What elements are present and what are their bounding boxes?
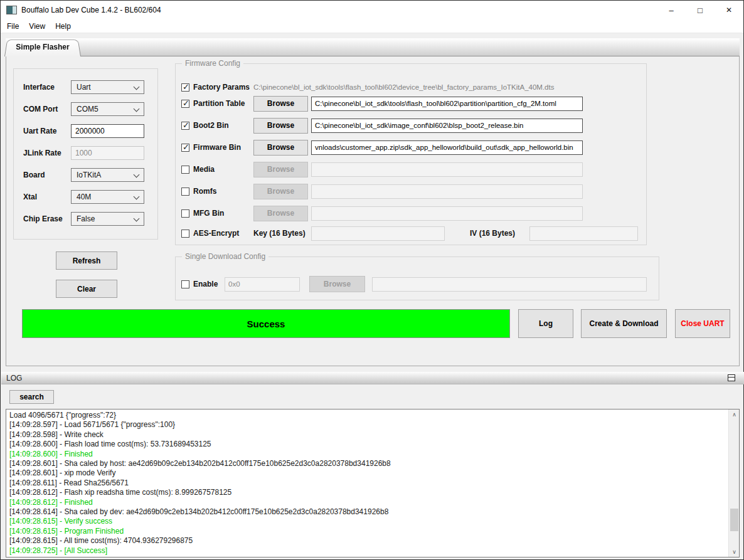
menu-help[interactable]: Help: [50, 19, 76, 33]
chevron-down-icon: [134, 194, 140, 200]
firmware-bin-checkbox[interactable]: [181, 144, 189, 152]
menu-bar: File View Help: [1, 19, 743, 33]
jlink-rate-input: [71, 146, 144, 160]
com-port-value: COM5: [77, 105, 98, 114]
log-line: [14:09:28.725] - [All Success]: [9, 546, 725, 556]
chip-erase-value: False: [77, 214, 95, 223]
board-label: Board: [23, 171, 71, 179]
log-line: [14:09:28.600] - Finished: [9, 450, 725, 459]
com-port-select[interactable]: COM5: [71, 102, 144, 116]
log-button[interactable]: Log: [518, 309, 573, 338]
partition-table-checkbox[interactable]: [181, 100, 189, 108]
board-value: IoTKitA: [77, 171, 101, 179]
search-button[interactable]: search: [9, 390, 54, 404]
float-panel-icon[interactable]: [728, 374, 735, 381]
log-line: [14:09:28.612] - Flash xip readsha time …: [9, 488, 725, 497]
log-panel-title: LOG: [6, 374, 22, 383]
menu-file[interactable]: File: [2, 19, 24, 33]
media-checkbox[interactable]: [181, 166, 189, 174]
window-controls: – □ ✕: [657, 1, 743, 19]
board-select[interactable]: IoTKitA: [71, 168, 144, 182]
boot2-bin-browse-button[interactable]: Browse: [253, 118, 308, 134]
create-download-button[interactable]: Create & Download: [581, 309, 667, 338]
com-port-label: COM Port: [23, 105, 71, 114]
romfs-browse-button: Browse: [253, 184, 308, 199]
log-line: [14:09:28.615] - Verify success: [9, 517, 725, 526]
boot2-bin-path-input[interactable]: [311, 119, 583, 133]
romfs-path-input: [311, 184, 583, 199]
mfg-bin-path-input: [311, 206, 583, 221]
aes-key-input: [311, 226, 445, 241]
status-bar: Success: [22, 309, 510, 338]
single-download-enable-checkbox[interactable]: [181, 280, 189, 288]
aes-iv-input: [529, 226, 638, 241]
xtal-label: Xtal: [23, 193, 71, 201]
aes-encrypt-checkbox[interactable]: [181, 230, 189, 238]
log-line: [14:09:28.597] - Load 5671/5671 {"progre…: [9, 420, 725, 430]
partition-table-label: Partition Table: [193, 99, 251, 108]
jlink-rate-label: JLink Rate: [23, 149, 71, 157]
single-download-enable-label: Enable: [193, 280, 222, 288]
partition-table-browse-button[interactable]: Browse: [253, 96, 308, 112]
boot2-bin-checkbox[interactable]: [181, 122, 189, 130]
mfg-bin-checkbox[interactable]: [181, 209, 189, 218]
close-icon[interactable]: ✕: [715, 1, 743, 19]
factory-params-checkbox[interactable]: [181, 83, 189, 92]
interface-label: Interface: [23, 83, 71, 92]
mfg-bin-browse-button: Browse: [253, 206, 308, 221]
aes-iv-label: IV (16 Bytes): [470, 229, 515, 238]
boot2-bin-label: Boot2 Bin: [193, 121, 251, 130]
uart-rate-input[interactable]: [71, 124, 144, 138]
app-icon: [6, 6, 17, 14]
firmware-bin-browse-button[interactable]: Browse: [253, 140, 308, 156]
chip-erase-label: Chip Erase: [23, 214, 71, 223]
log-output: Load 4096/5671 {"progress":72} [14:09:28…: [6, 409, 740, 557]
chevron-down-icon: [134, 172, 140, 178]
maximize-icon[interactable]: □: [686, 1, 715, 19]
scroll-up-icon[interactable]: ∧: [729, 409, 740, 420]
app-window: Bouffalo Lab Dev Cube 1.4.2 - BL602/604 …: [0, 0, 744, 560]
tab-label: Simple Flasher: [4, 38, 81, 56]
log-line: Load 4096/5671 {"progress":72}: [9, 411, 725, 420]
chip-erase-select[interactable]: False: [71, 212, 144, 226]
partition-table-path-input[interactable]: [311, 97, 583, 111]
interface-select[interactable]: Uart: [71, 80, 144, 94]
log-line: [14:09:28.614] - Sha caled by dev: ae42d…: [9, 507, 725, 517]
aes-encrypt-label: AES-Encrypt: [193, 229, 251, 238]
single-download-title: Single Download Config: [182, 252, 268, 261]
log-line: [14:09:28.600] - Flash load time cost(ms…: [9, 440, 725, 449]
romfs-checkbox[interactable]: [181, 188, 189, 196]
single-download-address-input: [225, 277, 300, 292]
log-panel-header: LOG: [1, 372, 744, 384]
single-download-path-input: [372, 277, 647, 292]
single-download-browse-button: Browse: [309, 276, 365, 292]
tab-simple-flasher[interactable]: Simple Flasher: [4, 38, 81, 56]
chevron-down-icon: [134, 106, 140, 112]
refresh-button[interactable]: Refresh: [56, 251, 117, 270]
chevron-down-icon: [134, 84, 140, 90]
clear-button[interactable]: Clear: [56, 280, 117, 298]
minimize-icon[interactable]: –: [657, 1, 686, 19]
scroll-thumb[interactable]: [730, 509, 738, 531]
log-scrollbar[interactable]: ∧ ∨: [728, 409, 739, 557]
romfs-label: Romfs: [193, 187, 251, 196]
title-bar: Bouffalo Lab Dev Cube 1.4.2 - BL602/604 …: [1, 1, 743, 19]
menu-view[interactable]: View: [24, 19, 50, 33]
firmware-bin-path-input[interactable]: [311, 140, 583, 155]
factory-params-path: C:\pinecone\bl_iot_sdk\tools\flash_tool\…: [253, 83, 554, 91]
close-uart-button[interactable]: Close UART: [675, 309, 730, 338]
factory-params-label: Factory Params: [193, 83, 251, 92]
log-line: [14:09:28.601] - Sha caled by host: ae42…: [9, 459, 725, 468]
log-line: [14:09:28.601] - xip mode Verify: [9, 468, 725, 478]
log-line: [14:09:28.615] - All time cost(ms): 4704…: [9, 536, 725, 546]
media-path-input: [311, 162, 583, 177]
log-line: [14:09:28.615] - Program Finished: [9, 527, 725, 536]
scroll-down-icon[interactable]: ∨: [729, 547, 740, 557]
xtal-select[interactable]: 40M: [71, 190, 144, 204]
interface-value: Uart: [77, 83, 91, 92]
log-lines: Load 4096/5671 {"progress":72} [14:09:28…: [6, 409, 728, 557]
log-line: [14:09:28.598] - Write check: [9, 430, 725, 440]
uart-rate-label: Uart Rate: [23, 127, 71, 135]
mfg-bin-label: MFG Bin: [193, 209, 251, 218]
media-browse-button: Browse: [253, 162, 308, 177]
